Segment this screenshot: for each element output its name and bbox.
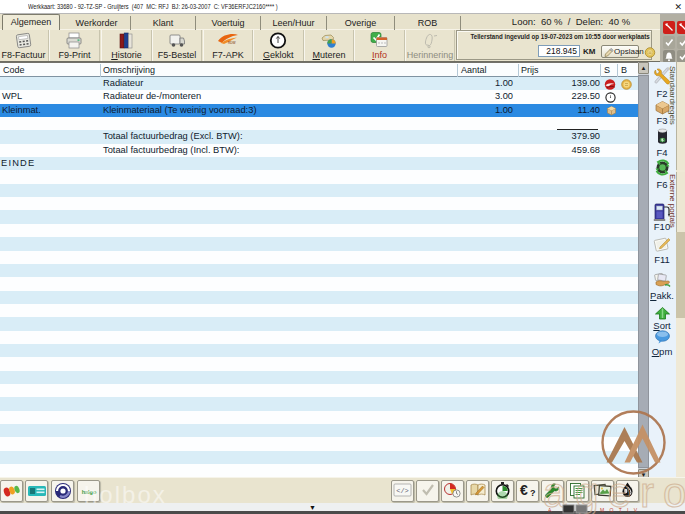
svg-text:?: ?: [530, 488, 536, 498]
svg-text:</>: </>: [396, 487, 409, 495]
svg-text:€: €: [520, 482, 528, 498]
svg-text:RDW: RDW: [228, 41, 236, 45]
